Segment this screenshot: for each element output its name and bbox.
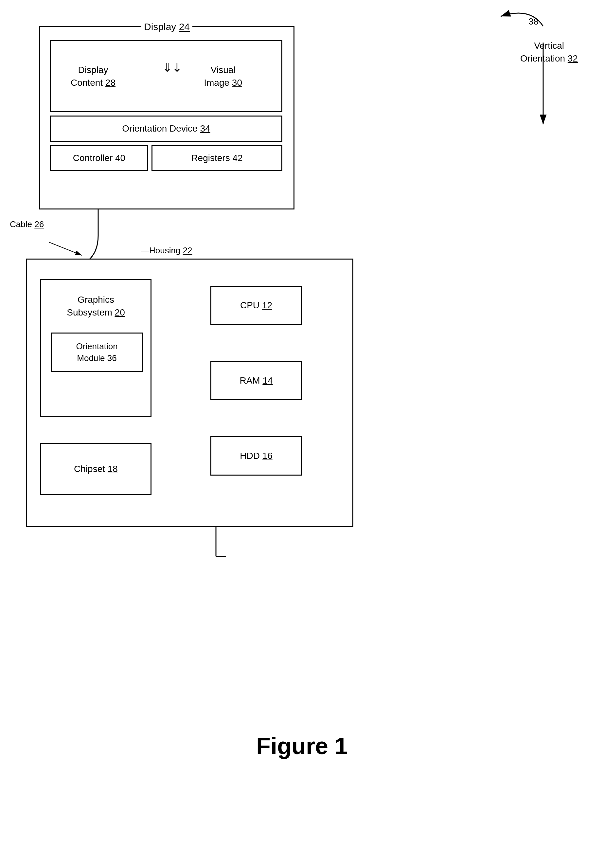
display-number: 24 [179, 21, 190, 32]
display-label: Display 24 [141, 21, 192, 33]
graphics-subsystem-number: 20 [115, 307, 125, 318]
chipset-label: Chipset 18 [74, 464, 118, 474]
display-content-label: DisplayContent 28 [71, 64, 116, 89]
display-box: Display 24 DisplayContent 28 ⇓⇓ VisualIm… [39, 26, 294, 209]
visual-image-label: VisualImage 30 [204, 64, 242, 89]
registers-box: Registers 42 [152, 145, 282, 171]
registers-label: Registers 42 [191, 153, 242, 163]
orientation-device-box: Orientation Device 34 [50, 116, 282, 142]
housing-label: —Housing 22 [141, 245, 192, 256]
chipset-number: 18 [108, 464, 118, 474]
housing-number: 22 [183, 245, 192, 255]
cable-label: Cable 26 [10, 219, 44, 229]
ram-number: 14 [262, 375, 273, 386]
orientation-module-box: OrientationModule 36 [51, 333, 142, 372]
ram-label: RAM 14 [240, 375, 273, 386]
down-arrows-icon: ⇓⇓ [162, 61, 182, 74]
hdd-label: HDD 16 [240, 451, 273, 461]
controller-number: 40 [115, 153, 125, 163]
chipset-box: Chipset 18 [40, 443, 152, 495]
housing-box: GraphicsSubsystem 20 OrientationModule 3… [26, 259, 353, 527]
curved-arrow-number: 38 [528, 16, 539, 27]
controller-label: Controller 40 [73, 153, 125, 163]
orientation-module-label: OrientationModule 36 [76, 340, 118, 364]
cable-number: 26 [34, 219, 44, 229]
svg-line-13 [49, 242, 82, 255]
display-content-number: 28 [105, 78, 116, 88]
vertical-orientation-label: VerticalOrientation 32 [520, 39, 578, 65]
controller-box: Controller 40 [50, 145, 148, 171]
content-box: DisplayContent 28 ⇓⇓ VisualImage 30 [50, 40, 282, 112]
hdd-number: 16 [262, 451, 273, 461]
cpu-number: 12 [262, 300, 272, 310]
cpu-label: CPU 12 [240, 300, 272, 311]
orientation-device-label: Orientation Device 34 [122, 123, 210, 134]
graphics-subsystem-box: GraphicsSubsystem 20 OrientationModule 3… [40, 279, 152, 417]
registers-number: 42 [232, 153, 242, 163]
ram-box: RAM 14 [211, 361, 302, 400]
orientation-module-number: 36 [107, 353, 117, 363]
graphics-subsystem-label: GraphicsSubsystem 20 [67, 293, 125, 319]
vertical-orientation-number: 32 [568, 53, 578, 64]
cpu-box: CPU 12 [211, 286, 302, 325]
visual-image-number: 30 [232, 78, 242, 88]
figure-label: Figure 1 [256, 733, 348, 760]
hdd-box: HDD 16 [211, 436, 302, 476]
orientation-device-number: 34 [200, 123, 210, 133]
diagram-area: Display 24 DisplayContent 28 ⇓⇓ VisualIm… [0, 0, 604, 786]
